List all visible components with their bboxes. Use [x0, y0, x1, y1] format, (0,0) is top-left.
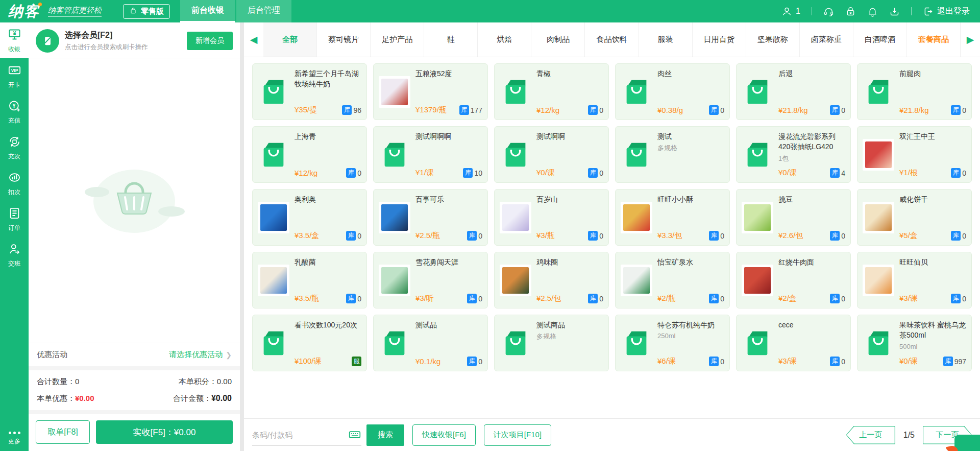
category-tab-12[interactable]: 套餐商品	[907, 22, 961, 57]
product-stock: 库0	[951, 168, 966, 178]
stock-count: 4	[841, 169, 845, 177]
product-card-8[interactable]: 测试啊啊¥0/课库0	[494, 126, 609, 183]
category-tab-7[interactable]: 服装	[639, 22, 693, 57]
product-card-18[interactable]: 乳酸菌¥3.5/瓶库0	[252, 252, 367, 308]
sidebar-item-cashier[interactable]: ¥收银	[0, 22, 29, 58]
product-photo	[742, 265, 773, 296]
lock-button[interactable]	[845, 6, 856, 17]
product-photo	[379, 202, 410, 233]
user-count[interactable]: 1	[781, 6, 800, 17]
product-card-22[interactable]: 红烧牛肉面¥2/盒库0	[736, 252, 851, 308]
bottom-toolbar: 搜索 快速收银[F6] 计次项目[F10] 上一页 1/5 下一页	[244, 418, 980, 451]
product-card-9[interactable]: 测试多规格	[615, 126, 730, 183]
product-stock: 库0	[588, 105, 603, 115]
logout-button[interactable]: 退出登录	[923, 6, 970, 17]
category-scroll-left[interactable]: ◀	[244, 22, 263, 57]
product-price: ¥2.6/包	[778, 231, 803, 241]
product-card-12[interactable]: 奥利奥¥3.5/盒库0	[252, 189, 367, 246]
category-tab-1[interactable]: 蔡司镜片	[317, 22, 371, 57]
product-card-0[interactable]: 新希望三个月千岛湖牧场纯牛奶¥35/提库96	[252, 63, 367, 120]
stock-count: 0	[720, 232, 724, 240]
count-item-button[interactable]: 计次项目[F10]	[484, 424, 551, 446]
checkout-button[interactable]: 实收[F5]：¥0.00	[96, 420, 233, 444]
category-tab-5[interactable]: 肉制品	[531, 22, 585, 57]
sidebar-item-label: 充次	[8, 152, 20, 161]
product-info: 百事可乐¥2.5/瓶库0	[415, 194, 482, 241]
sidebar-item-open-card[interactable]: VIP开卡	[0, 58, 29, 94]
product-name: 青椒	[536, 68, 603, 79]
member-select-header[interactable]: 选择会员[F2] 点击进行会员搜索或刷卡操作 新增会员	[29, 22, 240, 59]
category-tab-3[interactable]: 鞋	[424, 22, 478, 57]
product-price: ¥2.5/包	[536, 294, 561, 303]
category-tab-11[interactable]: 白酒啤酒	[853, 22, 907, 57]
add-member-button[interactable]: 新增会员	[187, 32, 233, 50]
product-card-10[interactable]: 漫花流光碧影系列420张抽纸LG4201包¥0/课库4	[736, 126, 851, 183]
product-card-17[interactable]: 威化饼干¥5/盒库0	[857, 189, 972, 246]
product-card-7[interactable]: 测试啊啊啊¥1/课库10	[373, 126, 488, 183]
product-info: 测试多规格	[657, 131, 724, 178]
category-tab-6[interactable]: 食品饮料	[585, 22, 639, 57]
product-card-2[interactable]: 青椒¥12/kg库0	[494, 63, 609, 120]
product-card-19[interactable]: 雪花勇闯天涯¥3/听库0	[373, 252, 488, 308]
category-tab-2[interactable]: 足护产品	[371, 22, 424, 57]
product-info: 双汇王中王¥1/根库0	[899, 131, 966, 178]
notifications-button[interactable]	[867, 6, 878, 17]
stock-badge: 库	[342, 105, 352, 115]
product-card-5[interactable]: 前腿肉¥21.8/kg库0	[857, 63, 972, 120]
category-scroll-right[interactable]: ▶	[961, 22, 980, 57]
product-card-6[interactable]: 上海青¥12/kg库0	[252, 126, 367, 183]
sidebar-item-deduct-times[interactable]: 扣次	[0, 165, 29, 201]
hold-order-button[interactable]: 取单[F8]	[36, 420, 90, 444]
product-card-25[interactable]: 测试品¥0.1/kg库0	[373, 315, 488, 371]
product-card-14[interactable]: 百岁山¥3/瓶库0	[494, 189, 609, 246]
category-tab-9[interactable]: 坚果散称	[746, 22, 800, 57]
product-card-23[interactable]: 旺旺仙贝¥3/课库0	[857, 252, 972, 308]
quick-cashier-button[interactable]: 快速收银[F6]	[412, 424, 476, 446]
category-tab-10[interactable]: 卤菜称重	[800, 22, 853, 57]
keyboard-icon[interactable]	[348, 428, 361, 441]
product-card-3[interactable]: 肉丝¥0.38/g库0	[615, 63, 730, 120]
floating-assistant-widget[interactable]	[954, 435, 980, 451]
download-button[interactable]	[889, 6, 900, 17]
product-card-13[interactable]: 百事可乐¥2.5/瓶库0	[373, 189, 488, 246]
product-card-16[interactable]: 挑豆¥2.6/包库0	[736, 189, 851, 246]
product-card-27[interactable]: 特仑苏有机纯牛奶250ml¥6/课库0	[615, 315, 730, 371]
category-tab-0[interactable]: 全部	[263, 22, 317, 57]
sidebar-item-orders[interactable]: 订单	[0, 201, 29, 237]
product-card-26[interactable]: 测试商品多规格	[494, 315, 609, 371]
product-card-15[interactable]: 旺旺小小酥¥3.3/包库0	[615, 189, 730, 246]
product-card-29[interactable]: 果味茶饮料 蜜桃乌龙茶500ml500ml¥0/课库997	[857, 315, 972, 371]
product-card-1[interactable]: 五粮液52度¥1379/瓶库177	[373, 63, 488, 120]
category-tab-4[interactable]: 烘焙	[478, 22, 531, 57]
product-info: 测试商品多规格	[536, 320, 603, 366]
sidebar-item-label: 开卡	[8, 81, 20, 89]
product-name: 威化饼干	[899, 194, 966, 204]
search-button[interactable]: 搜索	[366, 424, 404, 446]
promo-select-link[interactable]: 请选择优惠活动❯	[169, 350, 232, 360]
category-tab-8[interactable]: 日用百货	[693, 22, 746, 57]
sidebar-item-shift[interactable]: 交班	[0, 237, 29, 273]
triangle-right-icon: ▶	[967, 34, 974, 45]
product-card-20[interactable]: 鸡味圈¥2.5/包库0	[494, 252, 609, 308]
support-button[interactable]	[823, 6, 834, 17]
product-info: 旺旺小小酥¥3.3/包库0	[657, 194, 724, 241]
product-card-24[interactable]: 看书次数100元20次¥100/课服	[252, 315, 367, 371]
product-card-11[interactable]: 双汇王中王¥1/根库0	[857, 126, 972, 183]
topbar-actions: 1 退出登录	[781, 6, 980, 17]
product-stock: 库0	[830, 294, 845, 303]
tab-front-cashier[interactable]: 前台收银	[180, 0, 235, 22]
product-info: 乳酸菌¥3.5/瓶库0	[295, 257, 361, 303]
barcode-input[interactable]	[252, 431, 348, 439]
sidebar-item-recharge-times[interactable]: 充次	[0, 130, 29, 165]
sidebar-more-button[interactable]: 更多	[0, 428, 29, 451]
sidebar-item-recharge[interactable]: ¥充值	[0, 94, 29, 130]
prev-page-button[interactable]: 上一页	[846, 426, 895, 444]
product-card-21[interactable]: 怡宝矿泉水¥2/瓶库0	[615, 252, 730, 308]
tab-backend-admin[interactable]: 后台管理	[236, 0, 291, 22]
product-card-28[interactable]: cece¥3/课库0	[736, 315, 851, 371]
product-info: 鸡味圈¥2.5/包库0	[536, 257, 603, 303]
stock-badge: 库	[346, 168, 356, 178]
product-card-4[interactable]: 后退¥21.8/kg库0	[736, 63, 851, 120]
green-bag-icon	[742, 139, 773, 171]
green-bag-icon	[500, 327, 531, 359]
